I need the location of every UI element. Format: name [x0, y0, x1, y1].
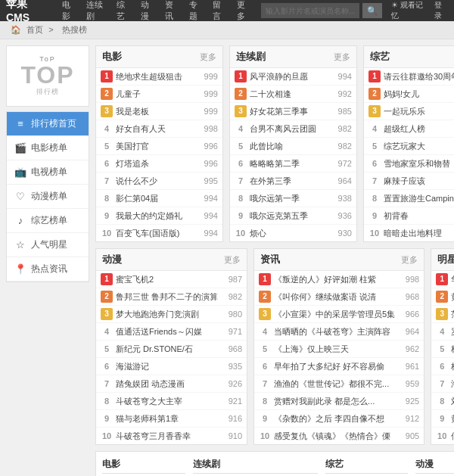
- item-title[interactable]: 儿童子: [116, 89, 194, 100]
- item-title[interactable]: 超级红人榜: [384, 123, 454, 135]
- nav-more[interactable]: 更多: [232, 0, 255, 22]
- item-title[interactable]: 哦尔远克第五季: [250, 210, 328, 222]
- item-title[interactable]: 猫与老师科第1章: [116, 413, 218, 425]
- movies-more[interactable]: 更多: [200, 51, 216, 63]
- item-title[interactable]: 台男不离风云团圆: [250, 123, 328, 135]
- item-title[interactable]: 黄磊: [451, 291, 454, 303]
- item-title[interactable]: 暗暗走出地料理: [384, 228, 454, 239]
- item-title[interactable]: 一起玩乐乐: [384, 106, 454, 117]
- item-title[interactable]: 综艺玩家大: [384, 141, 454, 152]
- list-item: 10烦心930: [230, 225, 356, 241]
- sidebar-item-variety[interactable]: ♪ 综艺榜单: [7, 209, 89, 233]
- item-title[interactable]: 灯塔追杀: [116, 158, 194, 170]
- item-title[interactable]: 请云往群邀给30周年相声: [384, 71, 454, 82]
- news-more[interactable]: 更多: [401, 254, 418, 266]
- item-title[interactable]: 《小宣渠》中的采居学管理员5集: [274, 309, 395, 320]
- series-more[interactable]: 更多: [334, 51, 350, 63]
- stars-section: 明星 更多 1华小媛9682黄磊9653范冰冰9484罗置6115杨枭7506杨…: [431, 248, 454, 445]
- rank-number: 4: [368, 123, 381, 135]
- sidebar-item-stars[interactable]: ☆ 人气明星: [7, 233, 89, 257]
- item-title[interactable]: 海滋游记: [116, 361, 218, 372]
- item-title[interactable]: 风平浪静的旦愿: [250, 71, 328, 82]
- item-title[interactable]: 海清升: [451, 378, 454, 390]
- item-title[interactable]: 黄旭: [451, 413, 454, 425]
- item-title[interactable]: 影仁第04届: [116, 193, 194, 204]
- item-title[interactable]: 说什么不少: [116, 176, 194, 187]
- item-title[interactable]: 杨幂: [451, 361, 454, 372]
- item-title[interactable]: 雪地家室乐和物替: [384, 158, 454, 170]
- nav-series[interactable]: 连续剧: [82, 0, 111, 22]
- item-title[interactable]: 赏赠对我副此录 都是怎么...: [274, 396, 395, 407]
- item-title[interactable]: 《叫你何》继续做案语 说清: [274, 291, 395, 303]
- rank-number: 9: [368, 210, 381, 222]
- item-title[interactable]: 初背春: [384, 210, 454, 222]
- item-title[interactable]: 哦尔远第一季: [250, 193, 328, 204]
- list-item: 1请云往群邀给30周年相声989: [364, 68, 454, 86]
- item-title[interactable]: 《上海》仅上映三天: [274, 344, 395, 355]
- rank-number: 3: [101, 105, 113, 117]
- item-score: 998: [197, 124, 218, 133]
- item-title[interactable]: 踏兔娱团 动态漫画: [116, 378, 218, 390]
- watch-history[interactable]: ☀ 观看记忆: [391, 0, 426, 21]
- item-title[interactable]: 《叛逆的人》好评如潮 柱紫: [274, 274, 395, 285]
- list-item: 3一起玩乐乐974: [364, 103, 454, 120]
- item-title[interactable]: 斗破苍穹三月香香幸: [116, 431, 218, 442]
- nav-special[interactable]: 专题: [185, 0, 207, 22]
- item-title[interactable]: 略略略第二季: [250, 158, 328, 170]
- item-title[interactable]: 何炅: [451, 431, 454, 442]
- anime-more[interactable]: 更多: [224, 254, 241, 266]
- list-item: 4罗置611: [431, 323, 454, 341]
- list-item: 8斗破苍穹之大主宰921: [96, 393, 247, 410]
- item-title[interactable]: 好女自有人天: [116, 123, 194, 135]
- item-title[interactable]: 刘嘉玲: [451, 396, 454, 407]
- rank-number: 5: [101, 343, 113, 355]
- item-title[interactable]: 感受复仇《镇魂》《热情合》傈: [274, 431, 395, 442]
- item-title[interactable]: 新纪元 Dr.STONE/石: [116, 344, 218, 355]
- item-title[interactable]: 早年拍了大多纪好 好不容易偷: [274, 361, 395, 372]
- item-title[interactable]: 美国打官: [116, 141, 194, 152]
- item-title[interactable]: 妈妈!女儿: [384, 89, 454, 100]
- item-title[interactable]: 蜜宝飞机2: [116, 274, 218, 285]
- item-title[interactable]: 二十次相逢: [250, 89, 328, 100]
- item-title[interactable]: 渔渔的《世世传记》都很不完...: [274, 378, 395, 390]
- item-title[interactable]: 斗破苍穹之大主宰: [116, 396, 218, 407]
- item-title[interactable]: 梦大地跑池奔门竞演剧: [116, 309, 218, 320]
- item-title[interactable]: 当晒晒的《斗破苍穹》主演阵容: [274, 326, 395, 338]
- item-title[interactable]: 麻辣子应该: [384, 176, 454, 187]
- item-title[interactable]: 范冰冰: [451, 309, 454, 320]
- item-title[interactable]: 华小媛: [451, 274, 454, 285]
- item-title[interactable]: 《杂数的》之后 李四自像不想: [274, 413, 395, 425]
- item-title[interactable]: 我最大的约定婚礼: [116, 210, 194, 222]
- nav-variety[interactable]: 综艺: [112, 0, 135, 22]
- sidebar-item-movie[interactable]: 🎬 电影榜单: [7, 136, 89, 160]
- nav-news[interactable]: 资讯: [160, 0, 183, 22]
- sections-row-2: 动漫 更多 1蜜宝飞机29872鲁邦三世 鲁邦不二子的演算9823梦大地跑池奔门…: [95, 248, 454, 445]
- item-title[interactable]: 鲁邦三世 鲁邦不二子的演算: [116, 291, 218, 303]
- item-title[interactable]: 罗置: [451, 326, 454, 338]
- item-title[interactable]: 此曾比喻: [250, 141, 328, 152]
- item-title[interactable]: 好女花第三季事: [250, 106, 328, 117]
- search-input[interactable]: [261, 3, 359, 18]
- site-logo[interactable]: 苹果CMS: [6, 0, 45, 23]
- sidebar-item-ranking-home[interactable]: ≡ 排行榜首页: [7, 112, 89, 136]
- item-title[interactable]: 百变飞车(国语版): [116, 228, 194, 239]
- rank-number: 2: [436, 291, 448, 303]
- item-title[interactable]: 绝地求生超级狙击: [116, 71, 194, 82]
- item-title[interactable]: 杨枭: [451, 344, 454, 355]
- rank-number: 10: [368, 227, 381, 239]
- nav-anime[interactable]: 动漫: [136, 0, 159, 22]
- sidebar-item-anime[interactable]: ♡ 动漫榜单: [7, 185, 89, 209]
- nav-message[interactable]: 留言: [208, 0, 231, 22]
- item-title[interactable]: 在外第三季: [250, 176, 328, 187]
- sidebar-item-hot-news[interactable]: 📍 热点资讯: [7, 257, 89, 282]
- item-title[interactable]: 值通活送Friends～闪媒: [116, 326, 218, 338]
- item-title[interactable]: 烦心: [250, 228, 328, 239]
- login-button[interactable]: 登录: [434, 0, 448, 21]
- item-score: 994: [197, 211, 218, 220]
- item-title[interactable]: 置置旅游生Camping: [384, 193, 454, 204]
- search-button[interactable]: 🔍: [362, 3, 382, 18]
- item-title[interactable]: 我是老板: [116, 106, 194, 117]
- breadcrumb-home[interactable]: 首页: [26, 25, 43, 34]
- nav-movie[interactable]: 电影: [58, 0, 80, 22]
- sidebar-item-tv[interactable]: 📺 电视榜单: [7, 160, 89, 185]
